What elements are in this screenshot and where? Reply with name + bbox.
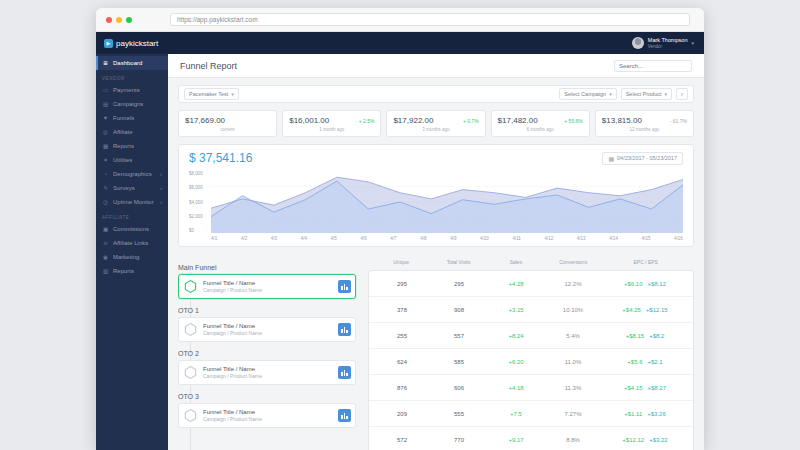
epc-value: +$6.10 [624,281,643,287]
window-minimize-button[interactable] [116,17,122,23]
cell-sales: +6.20 [489,359,543,365]
epc-value: +$8.15 [626,333,645,339]
table-column-header: Sales [489,259,543,265]
paykickstart-logo[interactable]: ▶ paykickstart [96,39,158,48]
cell-conversion: 11.0% [543,359,603,365]
funnel-subtitle: Campaign / Product Name [203,373,262,379]
sidebar-item-label: Utilities [113,157,162,163]
dashboard-icon: ⊞ [102,60,109,66]
sidebar-item-funnels[interactable]: ▼Funnels [96,111,168,125]
cell-conversion: 10.10% [543,307,603,313]
sidebar-item-marketing[interactable]: ◉Marketing [96,250,168,264]
stat-card: $17,922.00+ 0.7%3 months ago [386,110,485,137]
stat-subtitle: 1 month ago [289,127,374,132]
chart-total-value: $ 37,541.16 [189,151,252,165]
hexagon-icon [183,365,198,380]
stat-value: $17,669.00 [185,116,225,125]
date-range-label: 04/23/2017 - 05/23/2017 [617,155,677,161]
uptime-monitor-icon: ◷ [102,199,109,205]
cell-epc-eps: +$4.15+$8.27 [603,385,687,391]
cell-total-visits: 908 [429,307,489,313]
sidebar-item-payments[interactable]: ▭Payments [96,83,168,97]
campaign-select[interactable]: Select Campaign ▾ [559,88,616,100]
stat-card-top: $17,482.00+ 55.6% [498,116,583,125]
epc-value: +$4.15 [624,385,643,391]
funnel-stats-button[interactable] [338,409,351,422]
sidebar-item-reports[interactable]: ▦Reports [96,139,168,153]
funnel-card[interactable]: Funnel Title / NameCampaign / Product Na… [178,360,356,385]
cell-total-visits: 557 [429,333,489,339]
x-tick-label: 4/5 [331,236,337,241]
chevron-down-icon: ▾ [691,40,694,46]
x-tick-label: 4/8 [420,236,426,241]
cell-unique: 572 [375,437,429,443]
sidebar-section-label: Affiliate [96,209,168,222]
reports-icon: ▥ [102,268,109,274]
sidebar-item-campaigns[interactable]: ▤Campaigns [96,97,168,111]
cell-total-visits: 295 [429,281,489,287]
stat-change: + 55.6% [564,118,583,124]
user-menu[interactable]: Mark Thompson Vendor ▾ [632,37,704,49]
table-row[interactable]: 295295+4.2812.2%+$6.10+$8.12 [369,271,693,297]
table-row[interactable]: 209555+7.57.27%+$1.11+$3.26 [369,401,693,427]
funnel-section: Main FunnelFunnel Title / NameCampaign /… [178,256,694,450]
table-row[interactable]: 255557+8.245.4%+$8.15+$8.2 [369,323,693,349]
funnel-card[interactable]: Funnel Title / NameCampaign / Product Na… [178,274,356,299]
window-close-button[interactable] [106,17,112,23]
eps-value: +$2.1 [648,359,663,365]
sidebar-item-reports[interactable]: ▥Reports [96,264,168,278]
epc-value: +$12.12 [622,437,644,443]
chevron-down-icon: ▾ [609,91,612,97]
x-tick-label: 4/1 [211,236,217,241]
funnel-stats-button[interactable] [338,280,351,293]
sidebar-item-affiliate[interactable]: ◎Affiliate [96,125,168,139]
epc-value: +$5.6 [627,359,642,365]
sidebar-item-affiliate-links[interactable]: ∞Affiliate Links [96,236,168,250]
url-bar[interactable]: https://app.paykickstart.com [170,13,690,26]
funnel-card[interactable]: Funnel Title / NameCampaign / Product Na… [178,317,356,342]
funnel-stats-button[interactable] [338,323,351,336]
search-input[interactable] [614,60,692,72]
funnel-list: Main FunnelFunnel Title / NameCampaign /… [178,256,356,450]
date-range-picker[interactable]: ▦ 04/23/2017 - 05/23/2017 [602,152,683,165]
cell-unique: 378 [375,307,429,313]
table-column-header: Total Visits [428,259,488,265]
filter-expand-button[interactable]: › [676,88,688,100]
sidebar-item-commissions[interactable]: ▣Commissions [96,222,168,236]
cell-sales: +7.5 [489,411,543,417]
window-zoom-button[interactable] [126,17,132,23]
table-row[interactable]: 378908+3.1510.10%+$4.25+$12.15 [369,297,693,323]
funnel-card[interactable]: Funnel Title / NameCampaign / Product Na… [178,403,356,428]
cell-conversion: 8.8% [543,437,603,443]
chevron-right-icon: › [160,185,162,191]
cell-total-visits: 585 [429,359,489,365]
product-select[interactable]: Select Product ▾ [621,88,672,100]
funnel-stats-button[interactable] [338,366,351,379]
eps-value: +$3.26 [647,411,666,417]
stat-card-top: $17,922.00+ 0.7% [393,116,478,125]
table-row[interactable]: 624585+6.2011.0%+$5.6+$2.1 [369,349,693,375]
y-tick-label: $6,000 [189,185,208,190]
sidebar-item-uptime-monitor[interactable]: ◷Uptime Monitor› [96,195,168,209]
app-header: ▶ paykickstart Mark Thompson Vendor ▾ [96,32,704,54]
sidebar-item-label: Surveys [113,185,156,191]
sidebar-item-surveys[interactable]: ✎Surveys› [96,181,168,195]
stats-row: $17,669.00current$16,001.00+ 2.5%1 month… [178,110,694,137]
cell-total-visits: 555 [429,411,489,417]
bar-chart-icon [341,370,348,376]
table-row[interactable]: 572770+9.178.8%+$12.12+$3.22 [369,427,693,450]
table-row[interactable]: 876606+4.1811.3%+$4.15+$8.27 [369,375,693,401]
eps-value: +$8.2 [649,333,664,339]
funnel-select[interactable]: Pacemaker Test ▾ [184,88,239,100]
epc-value: +$1.11 [624,411,642,417]
x-tick-label: 4/7 [390,236,396,241]
funnel-subtitle: Campaign / Product Name [203,330,262,336]
stat-card: $13,815.00- 61.7%12 months ago [595,110,694,137]
sidebar-item-dashboard[interactable]: ⊞Dashboard [96,56,168,70]
hexagon-icon [183,322,198,337]
sidebar-item-demographics[interactable]: ◔Demographics› [96,167,168,181]
cell-sales: +8.24 [489,333,543,339]
stat-card: $17,669.00current [178,110,277,137]
browser-titlebar: https://app.paykickstart.com [96,8,704,32]
sidebar-item-utilities[interactable]: ✦Utilities [96,153,168,167]
